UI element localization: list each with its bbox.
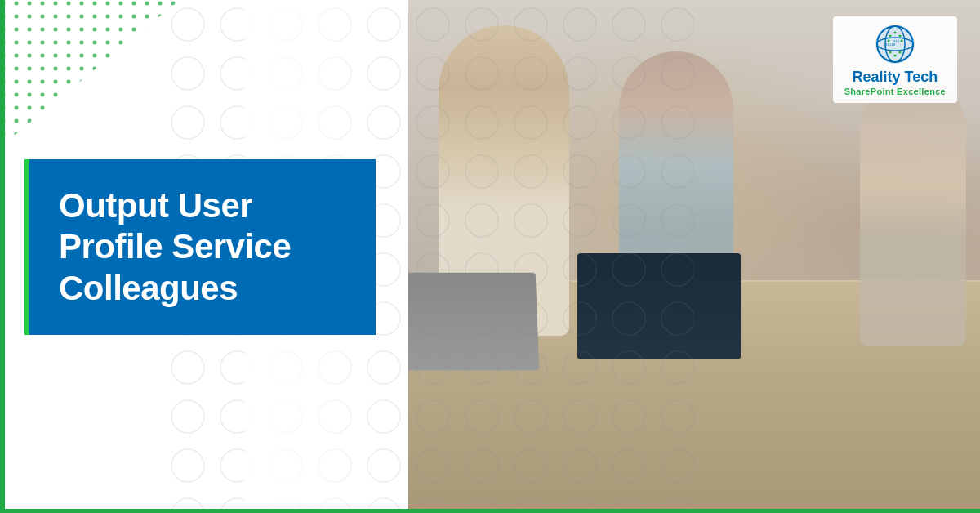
svg-text:011: 011 xyxy=(893,39,900,43)
brand-tagline: SharePoint Excellence xyxy=(844,87,946,96)
svg-point-10 xyxy=(893,32,896,34)
brand-name: Reality Tech xyxy=(852,69,938,87)
svg-point-13 xyxy=(900,40,902,42)
page-container: Output User Profile Service Colleagues 1… xyxy=(0,0,980,513)
headline-box: Output User Profile Service Colleagues xyxy=(24,159,376,335)
headline-line2: Profile Service xyxy=(59,227,291,265)
svg-point-9 xyxy=(889,35,891,38)
svg-point-14 xyxy=(889,51,891,54)
logo-area: 10110 011 Reality Tech SharePoint Excell… xyxy=(833,16,957,103)
person-3 xyxy=(860,77,966,346)
svg-point-16 xyxy=(893,55,896,57)
svg-point-15 xyxy=(898,51,901,54)
headline-line1: Output User xyxy=(59,186,252,225)
headline-line3: Colleagues xyxy=(59,269,238,307)
green-bottom-accent-line xyxy=(0,509,980,513)
green-left-accent-line xyxy=(0,0,5,513)
headline-text: Output User Profile Service Colleagues xyxy=(59,185,346,309)
logo-icon: 10110 011 xyxy=(874,23,916,65)
svg-point-11 xyxy=(898,35,901,38)
